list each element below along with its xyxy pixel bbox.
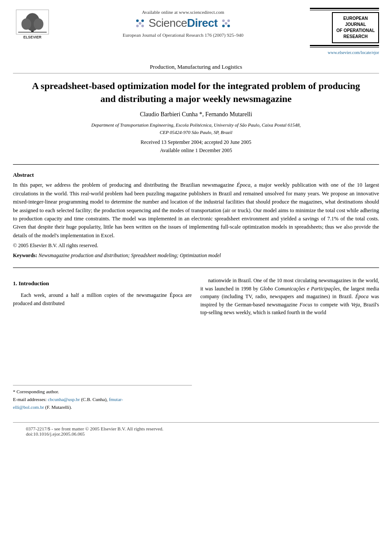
ejor-bottom-thin-line [310, 47, 379, 48]
footnote-email-label: E-mail addresses: [13, 397, 47, 402]
ejor-line2: JOURNAL [336, 22, 375, 28]
ejor-top-lines [310, 8, 379, 10]
abstract-title: Abstract [13, 172, 379, 178]
svg-text:ELSEVIER: ELSEVIER [23, 35, 41, 39]
svg-point-12 [222, 19, 225, 22]
sciencedirect-logo: ScienceDirect [149, 16, 218, 30]
ejor-box: EUROPEAN JOURNAL OF OPERATIONAL RESEARCH [332, 12, 379, 43]
svg-point-7 [136, 19, 139, 22]
sd-dots-icon [134, 17, 146, 29]
svg-point-8 [141, 19, 144, 22]
abstract-text: In this paper, we address the problem of… [13, 181, 379, 240]
keywords-line: Keywords: Newsmagazine production and di… [13, 252, 379, 259]
section1-heading: 1. Introduction [13, 279, 192, 288]
section1-number: 1. [13, 280, 17, 287]
affiliation: Department of Transportation Engineering… [26, 121, 366, 136]
ejor-area: EUROPEAN JOURNAL OF OPERATIONAL RESEARCH… [310, 8, 379, 55]
svg-point-16 [227, 25, 230, 27]
elsevier-logo-area: ELSEVIER [13, 8, 56, 44]
svg-point-11 [141, 25, 144, 27]
header: ELSEVIER Available online at www.science… [0, 0, 392, 59]
footnote-email2-cont: elli@bol.com.br [13, 404, 44, 410]
footer-issn: 0377-2217/$ - see front matter © 2005 El… [26, 426, 366, 431]
ejor-line3: OF OPERATIONAL [336, 28, 375, 34]
footnote-email2-name: (F. Mutarelli). [45, 404, 72, 410]
page: ELSEVIER Available online at www.science… [0, 0, 392, 535]
keywords-text: Newsmagazine production and distribution… [38, 252, 221, 258]
footnote-email2: fmutar- [109, 397, 123, 402]
col-left: 1. Introduction Each week, around a half… [13, 277, 192, 411]
abstract-divider-top [13, 164, 379, 165]
ejor-website: www.elsevier.com/locate/ejor [310, 50, 379, 55]
body-left-para1-text: Each week, around a half a million copie… [13, 292, 192, 306]
abstract-section: Abstract In this paper, we address the p… [0, 169, 392, 263]
body-columns: 1. Introduction Each week, around a half… [0, 272, 392, 420]
elsevier-logo-icon: ELSEVIER [13, 8, 52, 42]
footnote-area: * Corresponding author. E-mail addresses… [13, 385, 192, 411]
footnote-email2-cont-line: elli@bol.com.br (F. Mutarelli). [13, 404, 192, 411]
ejor-thin-line [310, 10, 379, 10]
footer-doi: doi:10.1016/j.ejor.2005.06.065 [26, 431, 366, 436]
title-area: A spreadsheet-based optimization model f… [0, 73, 392, 160]
svg-point-15 [222, 25, 225, 27]
ejor-bottom-thick-line [310, 45, 379, 46]
svg-point-10 [136, 25, 139, 27]
available-online-text: Available online at www.sciencedirect.co… [56, 10, 310, 15]
received-date: Received 13 September 2004; accepted 20 … [26, 139, 366, 146]
svg-point-14 [225, 22, 227, 25]
affiliation-line1: Department of Transportation Engineering… [91, 122, 301, 127]
ejor-thick-line [310, 8, 379, 9]
bottom-footer: 0377-2217/$ - see front matter © 2005 El… [13, 422, 379, 438]
section-label: Production, Manufacturing and Logistics [13, 59, 379, 73]
body-left-para1: Each week, around a half a million copie… [13, 291, 192, 307]
body-divider [13, 268, 379, 268]
ejor-line1: EUROPEAN [336, 16, 375, 22]
section1-title: Introduction [19, 280, 49, 287]
copyright: © 2005 Elsevier B.V. All rights reserved… [13, 242, 379, 249]
col-right: nationwide in Brazil. One of the 10 most… [201, 277, 379, 411]
footnote-email1-name: (C.B. Cunha), [81, 397, 108, 402]
svg-point-9 [139, 22, 141, 25]
authors: Claudio Barbieri Cunha *, Fernando Mutar… [26, 111, 366, 118]
article-title: A spreadsheet-based optimization model f… [26, 80, 366, 105]
svg-point-3 [22, 18, 32, 29]
footnote-email-area: E-mail addresses: cbcunha@usp.br (C.B. C… [13, 396, 192, 404]
available-online-date: Available online 1 December 2005 [26, 147, 366, 154]
keywords-label: Keywords: [13, 252, 37, 258]
svg-point-13 [227, 19, 230, 22]
body-right-para1: nationwide in Brazil. One of the 10 most… [201, 277, 379, 317]
header-center: Available online at www.sciencedirect.co… [56, 8, 310, 38]
svg-point-4 [34, 18, 44, 29]
ejor-line4: RESEARCH [336, 34, 375, 40]
affiliation-line2: CEP 05424-970 São Paulo, SP, Brazil [160, 130, 233, 135]
journal-citation: European Journal of Operational Research… [56, 32, 310, 38]
footnote-email1: cbcunha@usp.br [48, 397, 80, 402]
footnote-corresponding: * Corresponding author. [13, 388, 192, 396]
sd-dots-right-icon [220, 17, 232, 29]
